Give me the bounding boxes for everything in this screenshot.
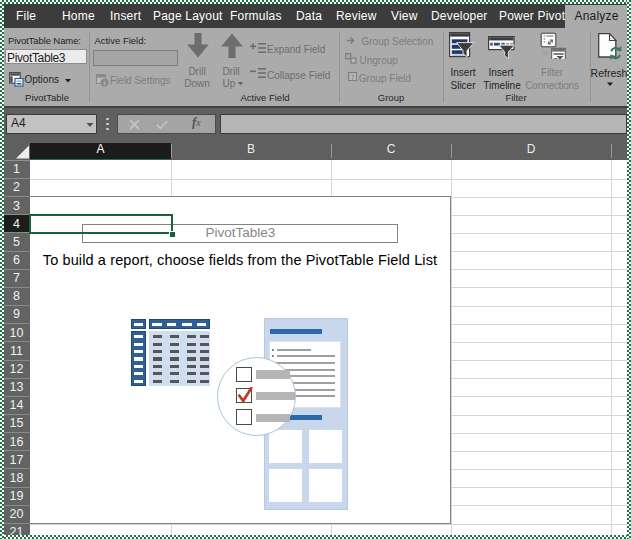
svg-text:i: i [103,79,105,87]
svg-text:7: 7 [350,74,354,81]
